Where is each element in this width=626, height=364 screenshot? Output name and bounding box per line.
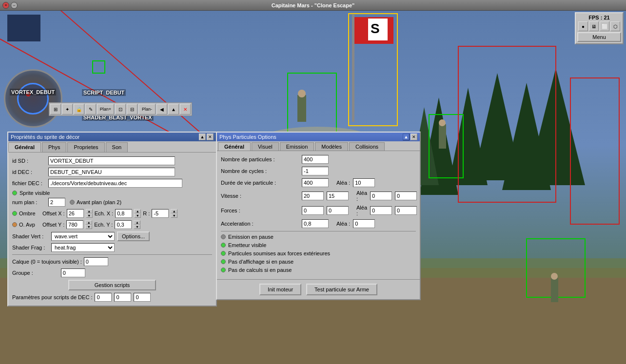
phys-tab-visuel[interactable]: Visuel (252, 142, 279, 151)
toolbar-btn-planplus[interactable]: Plan+ (97, 104, 114, 115)
alea-1-input[interactable] (353, 178, 375, 187)
menu-button[interactable]: Menu (577, 32, 621, 42)
groupe-input[interactable] (61, 268, 85, 277)
tab-general[interactable]: Général (8, 142, 41, 152)
ech-x-down[interactable]: ▼ (134, 213, 141, 218)
toolbar-btn-5[interactable]: ⊡ (115, 104, 126, 115)
r-spinner: ▲ ▼ (171, 209, 177, 218)
r-down[interactable]: ▼ (171, 213, 177, 218)
param1-input[interactable] (95, 293, 112, 302)
r-up[interactable]: ▲ (171, 209, 177, 213)
duree-vie-input[interactable] (302, 178, 329, 187)
shader-frag-select[interactable]: heat.frag (51, 243, 115, 252)
alea-4-input[interactable] (353, 219, 375, 228)
ech-x-input[interactable] (115, 209, 132, 218)
offset-y-input[interactable] (66, 220, 83, 229)
nb-particules-input[interactable] (302, 155, 329, 164)
left-panel-arrow[interactable]: ▲ (199, 134, 206, 140)
init-moteur-button[interactable]: Init moteur (259, 284, 301, 295)
r-input[interactable] (152, 209, 169, 218)
toolbar-btn-1[interactable]: ⊞ (50, 104, 61, 115)
fichier-dec-row: fichier DEC : (12, 179, 212, 188)
emission-pause-label: Emission en pause (228, 234, 274, 240)
phys-tab-collisions[interactable]: Collisions (349, 142, 385, 151)
nb-particules-label: Nombre de particules : (221, 156, 299, 162)
phys-tab-modeles[interactable]: Modèles (315, 142, 348, 151)
right-panel-arrow[interactable]: ▲ (403, 134, 410, 140)
left-panel-title: Propriétés du sprite de décor (11, 134, 79, 140)
alea-2a-input[interactable] (370, 192, 392, 200)
toolbar-btn-close[interactable]: ✕ (180, 104, 191, 115)
title-bar: × – Capitaine Mars - "Clone Escape" (0, 0, 626, 11)
tab-son[interactable]: Son (106, 142, 128, 152)
offset-y-up[interactable]: ▲ (85, 220, 92, 225)
tab-proprietes[interactable]: Proprietes (67, 142, 104, 152)
id-sd-input[interactable] (48, 156, 175, 165)
toolbar-btn-edit[interactable]: ✎ (85, 104, 96, 115)
left-panel-close[interactable]: ✕ (207, 134, 214, 140)
emission-pause-row: Emission en pause (221, 234, 416, 240)
offset-x-label: Offset X : (42, 211, 65, 216)
phys-tab-general[interactable]: Général (218, 142, 251, 151)
vitesse-input-1[interactable] (302, 192, 324, 200)
calque-row: Calque (0 = toujours visible) : (12, 257, 212, 266)
forces-input-2[interactable] (327, 206, 349, 215)
gestion-scripts-button[interactable]: Gestion scripts (68, 280, 156, 290)
offset-x-input[interactable] (67, 209, 84, 218)
params-label: Paramètres pour scripts de DEC : (12, 294, 92, 300)
fps-icon-2[interactable]: 🖥 (589, 21, 599, 31)
tab-phys[interactable]: Phys (42, 142, 66, 152)
r-label: R : (143, 211, 150, 216)
toolbar-btn-left[interactable]: ◀ (156, 104, 167, 115)
alea-3b-input[interactable] (395, 206, 417, 215)
ech-y-up[interactable]: ▲ (134, 220, 140, 225)
test-particule-button[interactable]: Test particule sur Arme (306, 284, 377, 295)
toolbar-btn-2[interactable]: ✦ (62, 104, 73, 115)
particules-forces-row: Particules soumises aux forces extérieur… (221, 250, 416, 256)
ech-x-up[interactable]: ▲ (134, 209, 141, 213)
minimize-button[interactable]: – (11, 2, 18, 9)
ombre-label: Ombre (19, 211, 39, 216)
phys-tab-emission[interactable]: Emission (280, 142, 314, 151)
fichier-dec-input[interactable] (48, 179, 182, 188)
fps-icon-3[interactable]: ⬜ (600, 21, 609, 31)
offset-x-up[interactable]: ▲ (86, 209, 93, 213)
right-panel-titlebar: Phys Particules Options ▲ ✕ (217, 133, 420, 141)
svg-marker-3 (419, 97, 458, 195)
close-button[interactable]: × (2, 2, 9, 9)
shader-vert-select[interactable]: wave.vert (51, 232, 115, 241)
param2-input[interactable] (114, 293, 131, 302)
ech-y-input[interactable] (115, 220, 132, 229)
options-button[interactable]: Options... (117, 231, 150, 241)
acceleration-input[interactable] (302, 219, 329, 228)
offset-y-down[interactable]: ▼ (85, 225, 92, 229)
alea-2b-input[interactable] (395, 192, 417, 200)
forces-input-1[interactable] (302, 206, 324, 215)
vitesse-input-2[interactable] (327, 192, 349, 200)
right-panel: Phys Particules Options ▲ ✕ Général Visu… (216, 132, 421, 300)
offset-x-down[interactable]: ▼ (86, 213, 93, 218)
shader-vert-label: Shader Vert : (12, 233, 49, 239)
ech-y-down[interactable]: ▼ (134, 225, 140, 229)
vortex-inner-ring (17, 83, 49, 115)
toolbar-btn-lock[interactable]: 🔒 (74, 104, 84, 115)
nb-cycles-input[interactable] (302, 167, 329, 175)
fps-icon-1[interactable]: ● (578, 21, 588, 31)
num-plan-input[interactable] (48, 198, 65, 207)
svg-rect-29 (551, 278, 558, 302)
shader-frag-label: Shader Frag : (12, 245, 49, 250)
left-panel-tabs: Général Phys Proprietes Son (8, 141, 216, 153)
calque-input[interactable] (84, 257, 108, 266)
alea-label-3: Aléa : (356, 205, 367, 216)
phys-tabs: Général Visuel Emission Modèles Collisio… (217, 141, 420, 151)
id-dec-input[interactable] (48, 168, 175, 176)
alea-3a-input[interactable] (370, 206, 392, 215)
particules-forces-label: Particules soumises aux forces extérieur… (228, 250, 330, 256)
left-panel-titlebar: Propriétés du sprite de décor ▲ ✕ (8, 133, 216, 141)
right-panel-close[interactable]: ✕ (411, 134, 417, 140)
toolbar-btn-up[interactable]: ▲ (168, 104, 179, 115)
toolbar-btn-planminus[interactable]: Plan- (138, 104, 156, 115)
fps-icon-4[interactable]: ⬡ (610, 21, 620, 31)
toolbar-btn-6[interactable]: ⊟ (127, 104, 137, 115)
param3-input[interactable] (134, 293, 151, 302)
